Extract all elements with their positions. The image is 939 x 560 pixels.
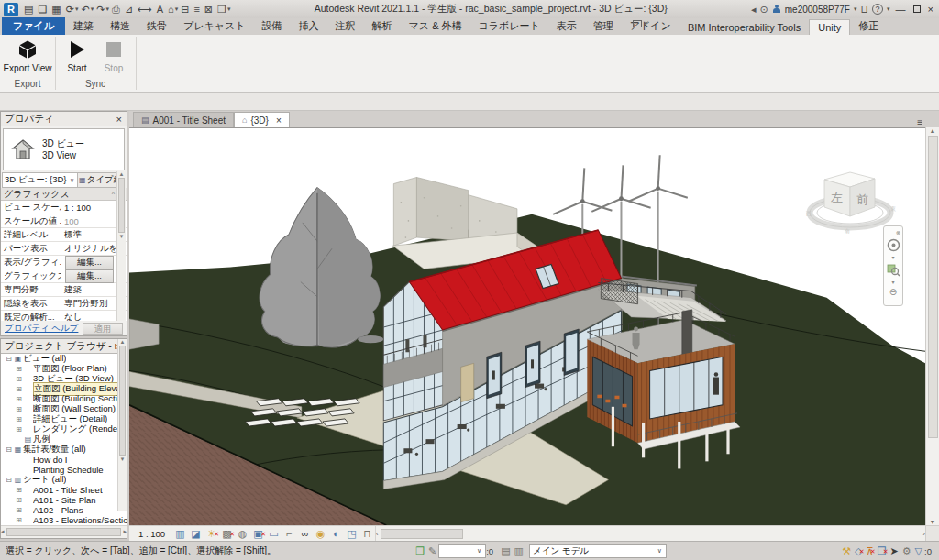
browser-vscrollbar[interactable]: ▲▼ [117,339,127,511]
tree-item-a101[interactable]: ⊞ A101 - Site Plan [1,495,127,505]
viewcube-front-label[interactable]: 前 [856,192,868,206]
property-row-show-hidden-lines[interactable]: 隠線を表示 専門分野別 [1,297,127,311]
zoom-caret-icon[interactable]: ▾ [891,278,894,287]
tab-manage[interactable]: 管理 [585,17,622,35]
workset-dropdown[interactable]: ∨ [438,544,486,558]
tab-unity[interactable]: Unity [809,19,850,35]
property-row-parts-visibility[interactable]: パーツ表示 オリジナルを表示 [1,242,127,256]
compass-south-label[interactable]: 南 [845,228,850,234]
search-icon[interactable]: ⊙ [760,4,768,16]
workset-status-icon[interactable]: ❒ [415,544,425,558]
instance-selector-dropdown[interactable]: 3D ビュー: {3D} ∨ [3,173,77,187]
tree-item-rendering[interactable]: ⊞ レンダリング (Rendering) [1,424,127,434]
view-scale-button[interactable]: 1 : 100 [129,529,172,539]
sync-caret-icon[interactable]: ▾ [75,1,79,17]
tab-precast[interactable]: プレキャスト [175,17,254,35]
property-row-discipline[interactable]: 専門分野 建築 [1,283,127,297]
tree-expander-icon[interactable]: ⊞ [15,486,23,494]
viewcube-left-label[interactable]: 左 [831,191,843,204]
sync-stop-button[interactable]: Stop [95,38,132,78]
properties-group-graphics[interactable]: グラフィックス ^ [1,188,127,201]
user-caret-icon[interactable]: ▾ [854,5,857,13]
open-file-icon[interactable]: ❏ [36,1,49,17]
thin-lines-icon[interactable]: ≡ [192,1,201,17]
tab-bim-interoperability[interactable]: BIM Interoperability Tools [679,20,809,35]
tree-item-how-do-i[interactable]: How do I [1,455,127,465]
steering-wheel-icon[interactable] [887,238,900,252]
tree-expander-icon[interactable]: ⊞ [15,405,23,413]
crop-view-icon[interactable]: ▣ [250,527,266,541]
view-tab-a001[interactable]: ▤ A001 - Title Sheet [133,112,234,127]
tab-architecture[interactable]: 建築 [65,17,102,35]
switch-windows-icon[interactable]: ❐ [215,1,228,17]
revit-logo-icon[interactable]: R [4,3,18,16]
properties-close-icon[interactable]: × [116,114,123,125]
infocenter-collapse-icon[interactable]: ◂ [751,4,757,16]
help-caret-icon[interactable]: ▾ [887,5,890,13]
sun-path-icon[interactable]: ☀ [204,527,219,541]
exclude-pinned-icon[interactable]: ⊼ [867,544,874,558]
sync-start-button[interactable]: Start [59,38,95,78]
property-row-detail-level[interactable]: 詳細レベル 標準 [1,228,127,242]
tab-massing-site[interactable]: マス & 外構 [401,17,470,35]
tab-steel[interactable]: 鉄骨 [138,17,175,35]
property-row-scale-value[interactable]: スケールの値 ... 100 [1,214,127,228]
measure-icon[interactable]: ⊿ [123,1,135,17]
property-row-visibility-graphics[interactable]: 表示/グラフィ... 編集... [1,256,127,269]
compass-east-label[interactable]: 東 [890,206,896,212]
visual-style-icon[interactable]: ◪ [188,527,204,541]
temporary-hide-isolate-icon[interactable]: ∞ [297,527,313,541]
detail-level-icon[interactable]: ▥ [172,527,188,541]
worksets-status-icon[interactable]: ⚒ [842,544,851,558]
property-row-graphic-display[interactable]: グラフィックス... 編集... [1,269,127,283]
undo-caret-icon[interactable]: ▾ [91,1,94,17]
tree-expander-icon[interactable]: ⊞ [15,425,23,434]
view-tab-list-icon[interactable]: ≡ [917,117,922,127]
type-selector[interactable]: 3D ビュー 3D View [3,128,125,170]
tree-item-sheets[interactable]: ⊟ ▥ シート (all) [1,475,127,485]
app-store-cart-icon[interactable]: ⊔ [860,4,868,16]
tree-item-a103[interactable]: ⊞ A103 - Elevations/Section [1,515,127,525]
navbar-minimize-icon[interactable]: ⊖ [889,288,897,297]
displaced-elements-icon[interactable]: ◳ [344,527,359,541]
tab-structure[interactable]: 構造 [102,17,138,35]
temporary-view-properties-icon[interactable]: ◐ [328,527,344,541]
tree-expander-icon[interactable]: ⊟ [5,445,13,454]
tree-expander-icon[interactable]: ⊞ [15,496,23,504]
unlocked-view-icon[interactable]: ⌐ [282,527,297,541]
redo-caret-icon[interactable]: ▾ [105,1,109,17]
compass-west-label[interactable]: 西 [806,211,812,217]
tree-expander-icon[interactable]: ⊞ [15,395,23,403]
view-tab-close-icon[interactable]: × [276,115,282,126]
editable-only-icon[interactable]: ✎ [428,544,436,558]
tree-item-a102[interactable]: ⊞ A102 - Plans [1,505,127,515]
select-by-face-icon[interactable]: ➤ [890,544,899,558]
tab-insert[interactable]: 挿入 [291,17,327,35]
tree-expander-icon[interactable]: ⊞ [15,375,23,383]
properties-scrollbar[interactable]: ▲▼ [116,171,126,324]
retaining-wall-left[interactable] [129,319,159,349]
tree-expander-icon[interactable]: ⊟ [5,355,13,363]
worksets-dialog-icon[interactable]: ▤ [501,544,510,558]
tab-annotate[interactable]: 注釈 [327,17,364,35]
ribbon-display-toggle[interactable]: ▾ [633,20,647,27]
minimize-button[interactable]: — [896,4,906,15]
canvas-hscrollbar[interactable]: ‹› [375,526,925,541]
file-tabs-icon[interactable]: ▤ [22,1,35,17]
wheel-caret-icon[interactable]: ▾ [891,253,894,262]
tree-expander-icon[interactable]: ⊟ [5,476,13,484]
restore-button[interactable] [913,5,921,13]
properties-help-link[interactable]: プロパティ ヘルプ [5,323,78,335]
tree-expander-icon[interactable]: ⊞ [15,516,23,524]
design-options-dialog-icon[interactable]: ▥ [514,544,524,558]
tab-collaborate[interactable]: コラボレート [470,17,548,35]
save-icon[interactable]: ▦ [50,1,62,17]
close-button[interactable]: × [928,4,933,15]
model-viewport[interactable]: 西 南 東 左 前 ⊗ ▾ [129,127,925,525]
shadows-icon[interactable]: ▩ [219,527,235,541]
print-icon[interactable]: ⎙ [110,1,122,17]
tree-expander-icon[interactable]: ⊞ [15,365,23,373]
aligned-dimension-icon[interactable]: ⟷ [136,1,154,17]
tree-expander-icon[interactable]: ⊞ [15,385,23,393]
help-icon[interactable]: ? [872,4,883,15]
